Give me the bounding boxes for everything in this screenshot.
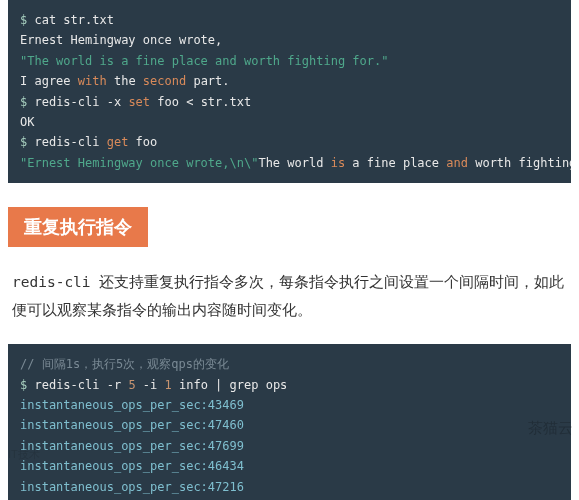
- output-line: "Ernest Hemingway once wrote,\n\"The wor…: [20, 153, 559, 173]
- metric-val: 47460: [208, 418, 244, 432]
- output-line: instantaneous_ops_per_sec:47460: [20, 415, 559, 435]
- cmd: redis-cli -x: [34, 95, 128, 109]
- metric-val: 46434: [208, 459, 244, 473]
- prompt: $: [20, 135, 34, 149]
- prompt: $: [20, 378, 34, 392]
- arg: foo < str.txt: [150, 95, 251, 109]
- section-heading: 重复执行指令: [8, 207, 148, 247]
- prompt: $: [20, 13, 34, 27]
- keyword: second: [143, 74, 186, 88]
- metric-key: instantaneous_ops_per_sec:: [20, 398, 208, 412]
- output-line: instantaneous_ops_per_sec:43469: [20, 395, 559, 415]
- metric-key: instantaneous_ops_per_sec:: [20, 459, 208, 473]
- text: The world: [258, 156, 330, 170]
- output-line: OK: [20, 112, 559, 132]
- arg: str.txt: [56, 13, 114, 27]
- code-line: $ redis-cli -r 5 -i 1 info | grep ops: [20, 375, 559, 395]
- output-line: "The world is a fine place and worth fig…: [20, 51, 559, 71]
- keyword: set: [128, 95, 150, 109]
- comment-line: // 间隔1s，执行5次，观察qps的变化: [20, 354, 559, 374]
- text: worth fighting fo: [468, 156, 571, 170]
- output-line: instantaneous_ops_per_sec:46434: [20, 456, 559, 476]
- prompt: $: [20, 95, 34, 109]
- metric-key: instantaneous_ops_per_sec:: [20, 418, 208, 432]
- metric-key: instantaneous_ops_per_sec:: [20, 480, 208, 494]
- code-line: $ cat str.txt: [20, 10, 559, 30]
- text: part.: [186, 74, 229, 88]
- number: 5: [128, 378, 135, 392]
- cmd: cat: [34, 13, 56, 27]
- metric-val: 43469: [208, 398, 244, 412]
- metric-val: 47216: [208, 480, 244, 494]
- text: a fine place: [345, 156, 446, 170]
- output-line: Ernest Hemingway once wrote,: [20, 30, 559, 50]
- output-line: instantaneous_ops_per_sec:47699: [20, 436, 559, 456]
- number: 1: [165, 378, 172, 392]
- code-block-1: $ cat str.txtErnest Hemingway once wrote…: [8, 0, 571, 183]
- output-line: instantaneous_ops_per_sec:47216: [20, 477, 559, 497]
- paragraph: redis-cli 还支持重复执行指令多次，每条指令执行之间设置一个间隔时间，如…: [0, 269, 579, 324]
- keyword: and: [446, 156, 468, 170]
- keyword: with: [78, 74, 107, 88]
- arg: -i: [136, 378, 165, 392]
- code-line: $ redis-cli get foo: [20, 132, 559, 152]
- text: redis-cli 还支持重复执行指令多次，每条指令执行之间设置一个间隔时间，如…: [12, 274, 564, 318]
- keyword: is: [331, 156, 345, 170]
- metric-key: instantaneous_ops_per_sec:: [20, 439, 208, 453]
- cmd: redis-cli -r: [34, 378, 128, 392]
- cmd: redis-cli: [34, 135, 106, 149]
- code-line: $ redis-cli -x set foo < str.txt: [20, 92, 559, 112]
- text: the: [107, 74, 143, 88]
- code-block-2: // 间隔1s，执行5次，观察qps的变化$ redis-cli -r 5 -i…: [8, 344, 571, 500]
- output-line: I agree with the second part.: [20, 71, 559, 91]
- keyword: get: [107, 135, 129, 149]
- arg: info | grep ops: [172, 378, 288, 392]
- string: "Ernest Hemingway once wrote,\n\": [20, 156, 258, 170]
- metric-val: 47699: [208, 439, 244, 453]
- text: I agree: [20, 74, 78, 88]
- arg: foo: [128, 135, 157, 149]
